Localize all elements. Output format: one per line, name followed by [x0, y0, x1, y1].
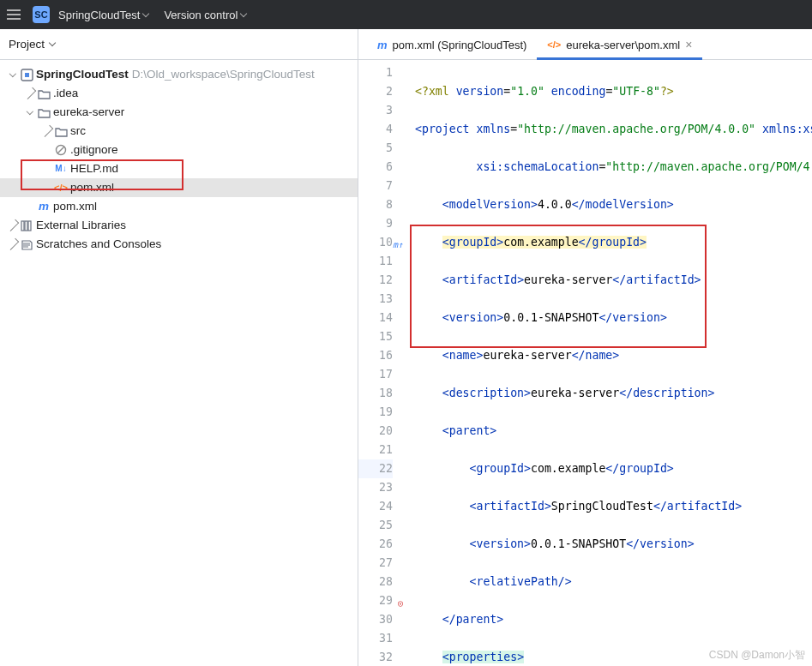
code-line: <modelVersion>4.0.0</modelVersion>	[415, 195, 812, 214]
line-number: 23	[358, 478, 393, 497]
chevron-right-icon[interactable]	[7, 242, 19, 247]
vcs-menu[interactable]: Version control	[164, 9, 246, 21]
project-tree: SpringCloudTest D:\Old_workspace\SpringC…	[0, 60, 358, 259]
markdown-file-icon: M↓	[53, 159, 69, 178]
title-bar: SC SpringCloudTest Version control	[0, 0, 812, 29]
code-line: <groupId>com.example</groupId>	[415, 459, 812, 478]
tree-label: pom.xml	[53, 197, 97, 216]
line-number: 17	[358, 365, 393, 384]
tree-label: SpringCloudTest	[36, 65, 129, 84]
chevron-down-icon[interactable]	[24, 111, 36, 114]
line-number: 29◎	[358, 591, 393, 610]
maven-file-icon: m	[377, 39, 388, 51]
line-number: 20	[358, 422, 393, 441]
line-number: 2	[358, 82, 393, 101]
code-line: <parent>	[415, 422, 812, 441]
tree-item-idea[interactable]: .idea	[0, 84, 358, 103]
project-badge[interactable]: SC	[33, 6, 50, 23]
line-number: 28	[358, 573, 393, 591]
project-tool-header[interactable]: Project	[0, 29, 358, 60]
tab-label: eureka-server\pom.xml	[566, 39, 680, 51]
tree-item-scratches[interactable]: Scratches and Consoles	[0, 235, 358, 254]
line-number: 3	[358, 101, 393, 120]
line-number: 6	[358, 158, 393, 177]
tree-label: .gitignore	[70, 141, 118, 159]
main-menu-icon[interactable]	[3, 4, 24, 25]
xml-file-icon: </>	[547, 39, 561, 50]
tab-pom-eureka[interactable]: </> eureka-server\pom.xml ×	[537, 30, 702, 59]
tree-label: .idea	[53, 84, 78, 103]
project-tool-title: Project	[9, 38, 45, 51]
line-number: 18	[358, 384, 393, 403]
code-line: <artifactId>eureka-server</artifactId>	[415, 271, 812, 290]
line-number: 25	[358, 516, 393, 535]
scratch-icon	[19, 239, 34, 250]
folder-icon	[36, 107, 51, 118]
tree-label: Scratches and Consoles	[36, 235, 161, 254]
line-number: 9	[358, 214, 393, 233]
code-line: <artifactId>SpringCloudTest</artifactId>	[415, 497, 812, 516]
chevron-right-icon[interactable]	[41, 129, 53, 134]
chevron-down-icon	[240, 9, 247, 16]
chevron-down-icon	[49, 39, 56, 46]
tree-label: HELP.md	[70, 159, 118, 178]
tree-item-external-libs[interactable]: External Libraries	[0, 216, 358, 235]
chevron-right-icon[interactable]	[7, 223, 19, 228]
tree-label: eureka-server	[53, 103, 124, 122]
line-number: 7	[358, 177, 393, 195]
code-line: <groupId>com.example</groupId>	[415, 233, 812, 252]
gutter-marker-icon[interactable]: ◎	[398, 594, 403, 613]
xml-file-icon: </>	[53, 178, 69, 197]
project-tool-window: Project SpringCloudTest D:\Old_workspace…	[0, 29, 358, 666]
line-number: 30	[358, 610, 393, 629]
tree-item-gitignore[interactable]: .gitignore	[0, 141, 358, 159]
tree-label: pom.xml	[70, 178, 114, 197]
line-number: 26	[358, 535, 393, 554]
project-name-label: SpringCloudTest	[58, 9, 140, 21]
code-area[interactable]: <?xml version="1.0" encoding="UTF-8"?> <…	[401, 60, 812, 666]
code-line: <relativePath/>	[415, 573, 812, 591]
chevron-right-icon[interactable]	[24, 91, 36, 96]
tree-label: src	[70, 122, 86, 141]
code-line: <properties>	[415, 648, 812, 666]
line-number: 19	[358, 403, 393, 422]
close-icon[interactable]: ×	[685, 39, 692, 51]
code-line: <version>0.0.1-SNAPSHOT</version>	[415, 535, 812, 554]
tab-pom-root[interactable]: m pom.xml (SpringCloudTest)	[367, 30, 537, 59]
code-line: <?xml version="1.0" encoding="UTF-8"?>	[415, 82, 812, 101]
line-number: 31	[358, 629, 393, 648]
project-selector[interactable]: SpringCloudTest	[58, 9, 148, 21]
maven-file-icon: m	[36, 197, 51, 216]
svg-rect-6	[28, 221, 31, 231]
tree-item-help[interactable]: M↓ HELP.md	[0, 159, 358, 178]
line-number: 14	[358, 309, 393, 327]
line-number: 24	[358, 497, 393, 516]
tree-root[interactable]: SpringCloudTest D:\Old_workspace\SpringC…	[0, 65, 358, 84]
tree-item-src[interactable]: src	[0, 122, 358, 141]
line-number: 32	[358, 648, 393, 666]
vcs-label: Version control	[164, 9, 238, 21]
svg-line-3	[57, 147, 64, 153]
line-number: 12	[358, 271, 393, 290]
tree-hint: D:\Old_workspace\SpringCloudTest	[132, 65, 315, 84]
code-line: <version>0.0.1-SNAPSHOT</version>	[415, 309, 812, 327]
tree-item-pom-module[interactable]: </> pom.xml	[0, 178, 358, 197]
maven-gutter-icon[interactable]: m↑	[393, 236, 403, 255]
tree-item-pom-root[interactable]: m pom.xml	[0, 197, 358, 216]
folder-icon	[53, 126, 69, 137]
code-line: <project xmlns="http://maven.apache.org/…	[415, 120, 812, 139]
code-line: <description>eureka-server</description>	[415, 384, 812, 403]
folder-icon	[36, 88, 51, 99]
line-number: 5	[358, 139, 393, 158]
svg-rect-4	[21, 221, 24, 231]
module-icon	[19, 69, 34, 81]
ignore-file-icon	[53, 144, 69, 156]
tree-item-eureka[interactable]: eureka-server	[0, 103, 358, 122]
editor-tabs: m pom.xml (SpringCloudTest) </> eureka-s…	[358, 29, 812, 60]
chevron-down-icon[interactable]	[7, 74, 19, 76]
editor-panel: m pom.xml (SpringCloudTest) </> eureka-s…	[358, 29, 812, 666]
code-line: </parent>	[415, 610, 812, 629]
code-line: xsi:schemaLocation="http://maven.apache.…	[415, 158, 812, 177]
code-editor[interactable]: 1 2 3 4 5 6 7 8 9 10m↑ 11 12 13 14 15 16…	[358, 60, 812, 666]
library-icon	[19, 220, 34, 231]
